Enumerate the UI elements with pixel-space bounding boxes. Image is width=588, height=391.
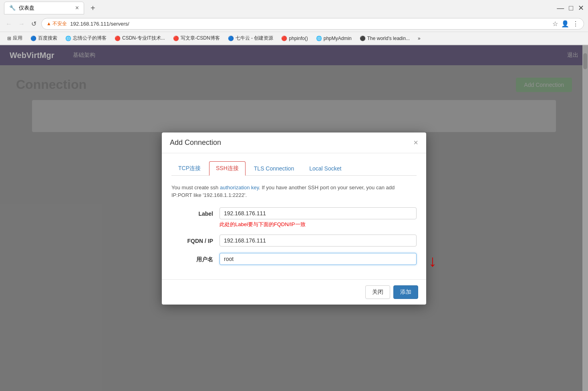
modal-tabs: TCP连接 SSH连接 TLS Connection Local Socket	[171, 161, 417, 176]
window-close-button[interactable]: ✕	[578, 4, 584, 12]
bookmark-qiniu[interactable]: 🔵 七牛云 - 创建资源	[225, 34, 277, 42]
tab-tls[interactable]: TLS Connection	[247, 161, 301, 176]
app-background: WebVirtMgr 基础架构 退出 Connection Add Connec…	[0, 45, 588, 391]
submit-button[interactable]: 添加	[393, 285, 418, 299]
baidu-icon: 🔵	[30, 36, 36, 41]
bookmark-baidu-label: 百度搜索	[38, 35, 57, 42]
desc-text-1: You must create ssh	[171, 184, 220, 190]
label-input[interactable]	[219, 207, 417, 219]
phpinfo-icon: 🔴	[281, 36, 287, 41]
address-bar-icons: ☆ 👤 ⋮	[552, 20, 579, 28]
bookmark-csdn2-label: 写文章-CSDN博客	[181, 35, 220, 42]
apps-grid-icon: ⊞	[7, 36, 11, 41]
auth-key-link[interactable]: authorization key	[220, 184, 259, 190]
address-url: 192.168.176.111/servers/	[70, 21, 549, 27]
browser-titlebar: 🔧 仪表盘 × + — □ ✕	[0, 0, 588, 16]
new-tab-button[interactable]: +	[87, 2, 99, 14]
modal-title: Add Connection	[170, 138, 221, 147]
menu-dots-icon[interactable]: ⋮	[572, 20, 579, 28]
username-field-label: 用户名	[171, 253, 219, 263]
modal-description: You must create ssh authorization key. I…	[171, 184, 417, 199]
add-connection-modal: Add Connection × TCP连接 SSH连接 TLS Connect…	[162, 132, 426, 305]
browser-chrome: 🔧 仪表盘 × + — □ ✕ ← → ↺ ▲ 不安全 192.168.176.…	[0, 0, 588, 45]
tab-favicon: 🔧	[9, 5, 16, 11]
modal-body: TCP连接 SSH连接 TLS Connection Local Socket …	[162, 153, 426, 279]
bookmark-csdn1-label: CSDN-专业IT技术...	[122, 35, 165, 42]
blog1-icon: 🌐	[65, 36, 71, 41]
bookmark-qiniu-label: 七牛云 - 创建资源	[236, 35, 274, 42]
account-icon[interactable]: 👤	[561, 20, 569, 28]
address-bar[interactable]: ▲ 不安全 192.168.176.111/servers/ ☆ 👤 ⋮	[41, 18, 584, 30]
browser-addressbar: ← → ↺ ▲ 不安全 192.168.176.111/servers/ ☆ 👤…	[0, 16, 588, 32]
fqdn-field-label: FQDN / IP	[171, 235, 219, 244]
bookmark-github-label: The world's leadin...	[367, 36, 410, 41]
bookmark-csdn1[interactable]: 🔴 CSDN-专业IT技术...	[111, 34, 168, 42]
tab-close-button[interactable]: ×	[75, 4, 79, 12]
tab-tcp[interactable]: TCP连接	[171, 161, 207, 176]
github-icon: ⚫	[360, 36, 366, 41]
bookmark-phpmyadmin-label: phpMyAdmin	[324, 36, 352, 41]
bookmark-phpinfo[interactable]: 🔴 phpinfo()	[278, 35, 311, 42]
bookmark-csdn2[interactable]: 🔴 写文章-CSDN博客	[170, 34, 223, 42]
tab-local-socket[interactable]: Local Socket	[302, 161, 348, 176]
fqdn-form-group: FQDN / IP	[171, 235, 417, 247]
browser-tab[interactable]: 🔧 仪表盘 ×	[4, 2, 84, 14]
username-form-group: 用户名 ↓	[171, 253, 417, 265]
nav-reload-button[interactable]: ↺	[30, 18, 38, 29]
cancel-button[interactable]: 关闭	[365, 285, 390, 299]
label-form-group: Label 此处的Label要与下面的FQDN/IP一致	[171, 207, 417, 228]
csdn2-icon: 🔴	[173, 36, 179, 41]
tab-title: 仪表盘	[19, 4, 72, 12]
label-field-label: Label	[171, 207, 219, 217]
modal-footer: 关闭 添加	[162, 279, 426, 305]
bookmark-apps-label: 应用	[13, 35, 22, 42]
bookmark-github[interactable]: ⚫ The world's leadin...	[356, 35, 413, 42]
bookmarks-bar: ⊞ 应用 🔵 百度搜索 🌐 忘情公子的博客 🔴 CSDN-专业IT技术... 🔴…	[0, 32, 588, 45]
label-hint: 此处的Label要与下面的FQDN/IP一致	[219, 221, 417, 228]
nav-forward-button[interactable]: →	[17, 19, 26, 29]
username-input[interactable]	[219, 253, 417, 265]
modal-header: Add Connection ×	[162, 132, 426, 153]
fqdn-input[interactable]	[219, 235, 417, 247]
arrow-annotation: ↓	[429, 253, 437, 269]
bookmark-more-label: »	[418, 36, 421, 41]
tab-ssh[interactable]: SSH连接	[209, 161, 246, 176]
qiniu-icon: 🔵	[228, 36, 234, 41]
bookmark-blog1-label: 忘情公子的博客	[73, 35, 107, 42]
modal-overlay: Add Connection × TCP连接 SSH连接 TLS Connect…	[0, 45, 588, 391]
nav-back-button[interactable]: ←	[4, 19, 14, 29]
bookmark-baidu[interactable]: 🔵 百度搜索	[27, 34, 60, 42]
phpmyadmin-icon: 🌐	[316, 36, 322, 41]
red-arrow-icon: ↓	[429, 253, 437, 269]
window-controls: — □ ✕	[557, 4, 584, 12]
bookmark-star-icon[interactable]: ☆	[552, 20, 558, 28]
window-minimize-button[interactable]: —	[557, 4, 564, 12]
bookmark-apps[interactable]: ⊞ 应用	[4, 34, 26, 42]
bookmark-blog1[interactable]: 🌐 忘情公子的博客	[62, 34, 110, 42]
bookmark-phpinfo-label: phpinfo()	[289, 36, 308, 41]
modal-close-button[interactable]: ×	[413, 138, 418, 147]
security-warning: ▲ 不安全	[46, 20, 67, 27]
window-maximize-button[interactable]: □	[569, 4, 573, 12]
bookmark-phpmyadmin[interactable]: 🌐 phpMyAdmin	[313, 35, 355, 42]
csdn1-icon: 🔴	[115, 36, 121, 41]
bookmark-more[interactable]: »	[415, 35, 424, 42]
